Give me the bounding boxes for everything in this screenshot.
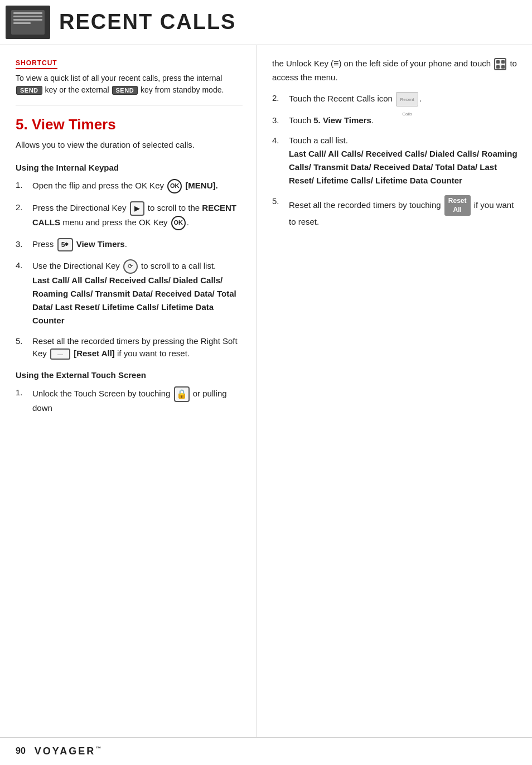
footer-brand-name: VOYAGER™	[35, 744, 103, 758]
step-2-num: 2.	[16, 201, 28, 214]
right-step-5-content: Reset all the recorded timers by touchin…	[289, 195, 519, 229]
reset-all-bold-left: [Reset All]	[74, 348, 115, 358]
send-key-internal: SEND	[16, 86, 42, 95]
header-icon-line-4	[13, 22, 31, 24]
right-step-4: 4. Touch a call list. Last Call/ All Cal…	[272, 134, 519, 187]
internal-steps-list: 1. Open the flip and press the OK Key OK…	[16, 179, 243, 360]
right-step-4-content: Touch a call list. Last Call/ All Calls/…	[289, 134, 519, 187]
right-step-3-content: Touch 5. View Timers.	[289, 114, 519, 127]
five-key-icon: 5✱	[57, 238, 73, 251]
header-icon-inner	[11, 10, 45, 35]
page-title: RECENT CALLS	[59, 7, 236, 37]
external-touch-heading: Using the External Touch Screen	[16, 369, 243, 381]
shortcut-text-3: key from standby mode.	[141, 85, 224, 94]
step-1-content: Open the flip and press the OK Key OK [M…	[32, 179, 243, 193]
header: RECENT CALLS	[0, 0, 532, 45]
right-step-3: 3. Touch 5. View Timers.	[272, 114, 519, 127]
external-steps-list: 1. Unlock the Touch Screen by touching 🔒…	[16, 386, 243, 415]
internal-step-1: 1. Open the flip and press the OK Key OK…	[16, 179, 243, 193]
right-step-3-num: 3.	[272, 114, 284, 127]
four-dots-icon	[494, 58, 506, 70]
footer: 90 VOYAGER™	[0, 737, 532, 765]
dot-2	[501, 60, 505, 64]
directional-right-key-icon: ▶	[130, 201, 144, 216]
step-3-content: Press 5✱ View Timers.	[32, 238, 243, 251]
step-4-content: Use the Directional Key ⟳ to scroll to a…	[32, 259, 243, 327]
left-column: SHORTCUT To view a quick list of all you…	[0, 45, 257, 737]
brand-text: VOYAGER	[35, 745, 95, 757]
right-top-paragraph: the Unlock Key (≡) on the left side of y…	[272, 56, 519, 84]
step-5-num: 5.	[16, 335, 28, 348]
step-5-content: Reset all the recorded timers by pressin…	[32, 335, 243, 360]
ext-step-1-content: Unlock the Touch Screen by touching 🔒 or…	[32, 386, 243, 415]
view-timers-bold-left: View Timers	[76, 239, 125, 249]
section-heading: 5. View Timers	[16, 114, 243, 134]
main-content: SHORTCUT To view a quick list of all you…	[0, 45, 532, 737]
menu-label: [MENU].	[185, 181, 217, 190]
section-description: Allows you to view the duration of selec…	[16, 139, 243, 152]
internal-step-2: 2. Press the Directional Key ▶ to scroll…	[16, 201, 243, 230]
step-1-num: 1.	[16, 179, 28, 192]
dot-1	[496, 60, 500, 64]
internal-step-3: 3. Press 5✱ View Timers.	[16, 238, 243, 251]
internal-step-5: 5. Reset all the recorded timers by pres…	[16, 335, 243, 360]
dot-3	[496, 65, 500, 69]
call-list-right: Last Call/ All Calls/ Received Calls/ Di…	[289, 149, 518, 185]
page: RECENT CALLS SHORTCUT To view a quick li…	[0, 0, 532, 765]
shortcut-text-2: key or the external	[45, 85, 109, 94]
step-4-num: 4.	[16, 259, 28, 272]
ok-key-2-icon: OK	[171, 216, 186, 230]
right-steps-list: 2. Touch the Recent Calls icon Recent Ca…	[272, 92, 519, 229]
right-step-5-num: 5.	[272, 195, 284, 208]
call-list-left: Last Call/ All Calls/ Received Calls/ Di…	[32, 275, 236, 325]
right-soft-key-icon: —	[50, 348, 70, 360]
header-icon-line-1	[13, 12, 42, 14]
directional-circle-key-icon: ⟳	[123, 259, 138, 274]
right-step-5: 5. Reset all the recorded timers by touc…	[272, 195, 519, 229]
ok-key-icon: OK	[167, 179, 182, 193]
step-3-num: 3.	[16, 238, 28, 251]
shortcut-section: SHORTCUT To view a quick list of all you…	[16, 56, 243, 96]
shortcut-text: To view a quick list of all your recent …	[16, 72, 243, 96]
right-step-4-num: 4.	[272, 134, 284, 147]
right-step-2-num: 2.	[272, 92, 284, 105]
unlock-key-symbol: ≡	[333, 59, 338, 68]
internal-step-4: 4. Use the Directional Key ⟳ to scroll t…	[16, 259, 243, 327]
right-step-2: 2. Touch the Recent Calls icon Recent Ca…	[272, 92, 519, 106]
recent-calls-icon: Recent Calls	[396, 92, 418, 106]
right-step-2-content: Touch the Recent Calls icon Recent Calls…	[289, 92, 519, 106]
send-key-external: SEND	[112, 86, 138, 95]
ext-step-1-num: 1.	[16, 386, 28, 399]
external-step-1: 1. Unlock the Touch Screen by touching 🔒…	[16, 386, 243, 415]
internal-keypad-heading: Using the Internal Keypad	[16, 162, 243, 173]
footer-page-number: 90	[16, 745, 26, 757]
divider-1	[16, 105, 243, 105]
menu-dots-icon	[493, 59, 510, 68]
lock-icon: 🔒	[174, 386, 190, 402]
header-icon-box	[6, 6, 50, 39]
right-column: the Unlock Key (≡) on the left side of y…	[257, 45, 532, 737]
shortcut-text-1: To view a quick list of all your recent …	[16, 74, 222, 83]
step-2-content: Press the Directional Key ▶ to scroll to…	[32, 201, 243, 230]
dot-4	[501, 65, 505, 69]
trademark-symbol: ™	[95, 745, 103, 752]
header-icon-line-2	[13, 16, 42, 17]
reset-all-button[interactable]: ResetAll	[444, 195, 471, 216]
shortcut-label: SHORTCUT	[16, 59, 57, 69]
view-timers-bold-right: 5. View Timers	[313, 115, 371, 125]
header-icon-line-3	[13, 19, 42, 21]
header-icon-lines	[13, 12, 42, 24]
